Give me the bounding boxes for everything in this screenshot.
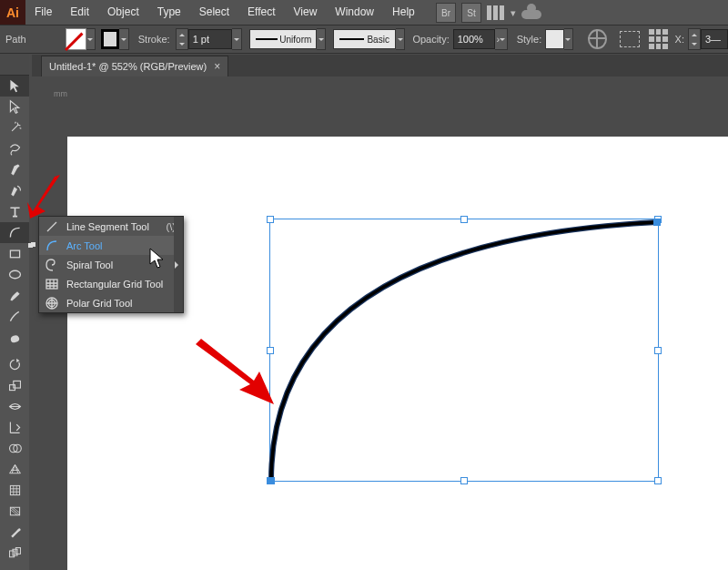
ruler-origin[interactable]: mm bbox=[29, 76, 70, 99]
fill-dropdown[interactable] bbox=[86, 28, 96, 50]
eyedropper-tool[interactable] bbox=[0, 522, 29, 543]
flyout-item-rectangular-grid[interactable]: Rectangular Grid Tool bbox=[39, 274, 183, 293]
ellipse-tool[interactable] bbox=[0, 264, 29, 285]
variable-width-profile[interactable]: Uniform bbox=[249, 29, 317, 49]
stroke-swatch[interactable] bbox=[101, 29, 119, 49]
bridge-button[interactable]: Br bbox=[436, 3, 456, 23]
stroke-dropdown[interactable] bbox=[119, 28, 128, 50]
menu-select[interactable]: Select bbox=[190, 0, 238, 25]
x-position-label: X: bbox=[675, 34, 684, 45]
menu-bar: Ai File Edit Object Type Select Effect V… bbox=[0, 0, 728, 25]
rectangular-grid-icon bbox=[45, 278, 59, 290]
document-tab[interactable]: Untitled-1* @ 552% (RGB/Preview) × bbox=[41, 56, 228, 76]
control-bar: Path Stroke: Uniform Basic Opacity: › St… bbox=[0, 25, 728, 54]
stroke-weight-label: Stroke: bbox=[138, 34, 170, 45]
opacity-dropdown[interactable]: › bbox=[495, 28, 508, 50]
sync-settings-icon[interactable] bbox=[521, 6, 541, 19]
perspective-grid-tool[interactable] bbox=[0, 459, 29, 480]
arc-path[interactable] bbox=[266, 215, 666, 488]
menu-effect[interactable]: Effect bbox=[238, 0, 284, 25]
stroke-weight-input[interactable] bbox=[188, 29, 232, 49]
mesh-tool[interactable] bbox=[0, 480, 29, 501]
opacity-input[interactable] bbox=[453, 29, 495, 49]
shape-builder-tool[interactable] bbox=[0, 438, 29, 459]
tools-panel bbox=[0, 55, 29, 570]
menu-help[interactable]: Help bbox=[383, 0, 424, 25]
svg-rect-13 bbox=[653, 219, 661, 226]
direct-selection-tool[interactable] bbox=[0, 97, 29, 117]
line-segment-icon bbox=[45, 220, 59, 233]
paintbrush-tool[interactable] bbox=[0, 285, 29, 306]
stroke-weight-dropdown[interactable] bbox=[232, 28, 242, 50]
x-position-stepper[interactable] bbox=[688, 28, 728, 50]
svg-rect-6 bbox=[10, 485, 19, 494]
flyout-item-line-segment[interactable]: Line Segment Tool (\) bbox=[39, 217, 183, 236]
flyout-item-spiral[interactable]: Spiral Tool bbox=[39, 255, 183, 274]
menu-view[interactable]: View bbox=[285, 0, 327, 25]
document-tab-bar: Untitled-1* @ 552% (RGB/Preview) × bbox=[32, 55, 728, 76]
flyout-item-polar-grid[interactable]: Polar Grid Tool bbox=[39, 293, 183, 312]
arc-icon bbox=[45, 239, 59, 252]
svg-rect-14 bbox=[46, 280, 57, 289]
recolor-artwork-icon[interactable] bbox=[588, 29, 607, 49]
svg-rect-8 bbox=[9, 551, 14, 557]
type-tool[interactable] bbox=[0, 201, 29, 222]
flyout-item-label: Arc Tool bbox=[66, 240, 103, 251]
rectangle-tool[interactable] bbox=[0, 243, 29, 264]
menu-object[interactable]: Object bbox=[98, 0, 148, 25]
selection-type-label: Path bbox=[5, 34, 47, 45]
brush-definition[interactable]: Basic bbox=[333, 29, 396, 49]
menu-right-cluster: Br St ▾ bbox=[436, 3, 541, 23]
variable-width-dropdown[interactable] bbox=[317, 28, 326, 50]
fill-swatch[interactable] bbox=[66, 28, 86, 50]
graphic-style-swatch[interactable] bbox=[545, 29, 564, 49]
flyout-tearoff-handle[interactable] bbox=[174, 217, 183, 312]
flyout-active-indicator bbox=[31, 242, 35, 247]
magic-wand-tool[interactable] bbox=[0, 117, 29, 138]
brush-definition-dropdown[interactable] bbox=[396, 28, 405, 50]
line-segment-tool[interactable] bbox=[0, 222, 29, 243]
menu-window[interactable]: Window bbox=[326, 0, 383, 25]
menu-edit[interactable]: Edit bbox=[61, 0, 98, 25]
flyout-item-label: Polar Grid Tool bbox=[66, 298, 133, 309]
flyout-item-label: Rectangular Grid Tool bbox=[66, 279, 163, 290]
blob-brush-tool[interactable] bbox=[0, 327, 29, 348]
line-tool-flyout: Line Segment Tool (\) Arc Tool Spiral To… bbox=[38, 216, 184, 313]
stock-button[interactable]: St bbox=[461, 3, 481, 23]
pencil-tool[interactable] bbox=[0, 306, 29, 327]
lasso-tool[interactable] bbox=[0, 138, 29, 159]
artboard[interactable] bbox=[67, 137, 728, 570]
workspace: mm bbox=[29, 76, 728, 570]
arrange-documents-button[interactable] bbox=[487, 5, 509, 20]
svg-rect-0 bbox=[10, 250, 19, 258]
document-tab-close-icon[interactable]: × bbox=[214, 60, 220, 73]
x-position-input[interactable] bbox=[701, 29, 728, 49]
rotate-tool[interactable] bbox=[0, 354, 29, 375]
annotation-arrow-canvas bbox=[187, 339, 278, 412]
polar-grid-icon bbox=[45, 297, 59, 310]
svg-point-1 bbox=[9, 270, 20, 279]
tools-panel-header bbox=[0, 55, 29, 76]
transform-panel-icon[interactable] bbox=[649, 29, 667, 49]
curvature-tool[interactable] bbox=[0, 180, 29, 201]
document-tab-title: Untitled-1* @ 552% (RGB/Preview) bbox=[49, 61, 207, 72]
width-tool[interactable] bbox=[0, 396, 29, 417]
app-logo: Ai bbox=[0, 0, 25, 25]
scale-tool[interactable] bbox=[0, 375, 29, 396]
pen-tool[interactable] bbox=[0, 159, 29, 180]
svg-rect-10 bbox=[15, 548, 20, 555]
blend-tool[interactable] bbox=[0, 543, 29, 564]
selection-tool[interactable] bbox=[0, 76, 29, 97]
align-panel-icon[interactable] bbox=[620, 31, 640, 47]
flyout-item-label: Line Segment Tool bbox=[66, 221, 149, 232]
graphic-style-dropdown[interactable] bbox=[564, 28, 573, 50]
opacity-label: Opacity: bbox=[412, 34, 449, 45]
flyout-item-arc[interactable]: Arc Tool bbox=[39, 236, 183, 255]
menu-type[interactable]: Type bbox=[148, 0, 190, 25]
gradient-tool[interactable] bbox=[0, 501, 29, 522]
free-transform-tool[interactable] bbox=[0, 417, 29, 438]
style-label: Style: bbox=[517, 34, 542, 45]
menu-file[interactable]: File bbox=[25, 0, 61, 25]
stroke-weight-stepper[interactable] bbox=[176, 28, 242, 50]
spiral-icon bbox=[45, 259, 59, 271]
